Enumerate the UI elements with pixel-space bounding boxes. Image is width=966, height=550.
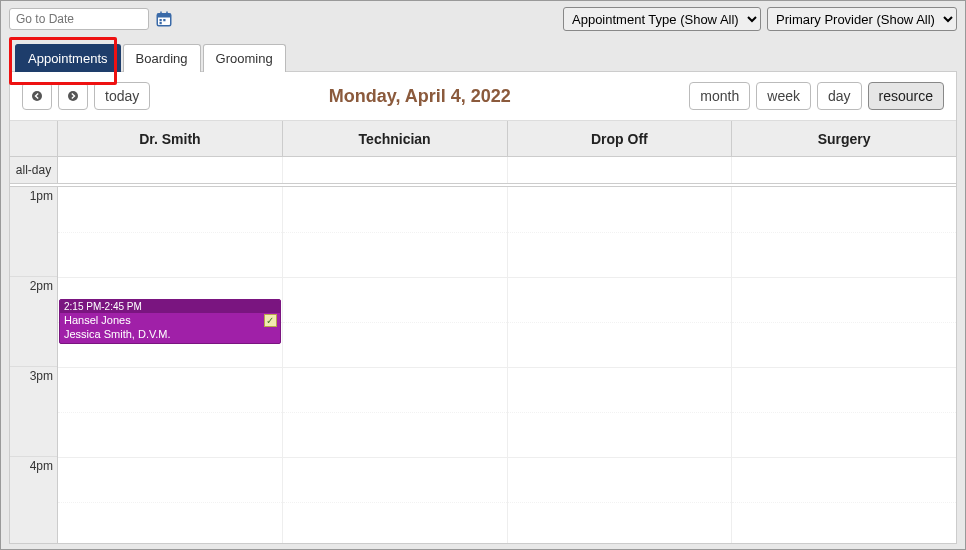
calendar-grid: Dr. Smith Technician Drop Off Surgery al… [10, 120, 956, 543]
resource-header-1[interactable]: Technician [283, 121, 508, 156]
time-label-2pm: 2pm [30, 279, 53, 293]
resource-col-0[interactable]: 2:15 PM-2:45 PM Hansel Jones Jessica Smi… [58, 187, 283, 543]
tab-boarding[interactable]: Boarding [123, 44, 201, 72]
svg-point-7 [32, 91, 42, 101]
appointment-type-select[interactable]: Appointment Type (Show All) [563, 7, 761, 31]
resource-columns: 2:15 PM-2:45 PM Hansel Jones Jessica Smi… [58, 187, 956, 543]
view-day-button[interactable]: day [817, 82, 862, 110]
grid-body-inner: 1pm 2pm 3pm 4pm [10, 187, 956, 543]
svg-rect-1 [157, 14, 171, 18]
resource-col-1[interactable] [283, 187, 508, 543]
app-root: Appointment Type (Show All) Primary Prov… [0, 0, 966, 550]
time-label-3pm: 3pm [30, 369, 53, 383]
time-axis: 1pm 2pm 3pm 4pm [10, 187, 58, 543]
svg-rect-3 [166, 12, 168, 16]
appointment-event[interactable]: 2:15 PM-2:45 PM Hansel Jones Jessica Smi… [59, 299, 281, 344]
svg-point-8 [68, 91, 78, 101]
event-provider-name: Jessica Smith, D.V.M. [60, 327, 280, 341]
view-week-button[interactable]: week [756, 82, 811, 110]
grid-header: Dr. Smith Technician Drop Off Surgery [10, 121, 956, 157]
allday-cell-0[interactable] [58, 157, 283, 183]
next-button[interactable] [58, 82, 88, 110]
svg-rect-5 [163, 19, 165, 21]
calendar-title: Monday, April 4, 2022 [329, 86, 511, 107]
calendar-nav-buttons: today [22, 82, 150, 110]
goto-date-group [9, 8, 175, 30]
resource-header-2[interactable]: Drop Off [508, 121, 733, 156]
resource-header-3[interactable]: Surgery [732, 121, 956, 156]
event-checked-icon: ✓ [264, 314, 277, 327]
svg-rect-6 [160, 22, 162, 24]
time-slot-2pm: 2pm [10, 277, 57, 367]
calendar-icon[interactable] [153, 8, 175, 30]
calendar-toolbar: today Monday, April 4, 2022 month week d… [10, 72, 956, 120]
event-patient-name: Hansel Jones [60, 313, 280, 327]
resource-header-0[interactable]: Dr. Smith [58, 121, 283, 156]
tab-appointments[interactable]: Appointments [15, 44, 121, 72]
chevron-left-icon [32, 91, 42, 101]
allday-cell-1[interactable] [283, 157, 508, 183]
time-axis-header [10, 121, 58, 156]
goto-date-input[interactable] [9, 8, 149, 30]
view-month-button[interactable]: month [689, 82, 750, 110]
tab-grooming[interactable]: Grooming [203, 44, 286, 72]
resource-col-3[interactable] [732, 187, 956, 543]
event-time-label: 2:15 PM-2:45 PM [60, 300, 280, 313]
time-label-4pm: 4pm [30, 459, 53, 473]
time-slot-1pm: 1pm [10, 187, 57, 277]
resource-col-2[interactable] [508, 187, 733, 543]
main-tabs: Appointments Boarding Grooming [9, 43, 957, 72]
time-label-1pm: 1pm [30, 189, 53, 203]
allday-cell-3[interactable] [732, 157, 956, 183]
primary-provider-select[interactable]: Primary Provider (Show All) [767, 7, 957, 31]
time-slot-4pm: 4pm [10, 457, 57, 543]
svg-rect-2 [160, 12, 162, 16]
allday-row: all-day [10, 157, 956, 187]
grid-body[interactable]: 1pm 2pm 3pm 4pm [10, 187, 956, 543]
chevron-right-icon [68, 91, 78, 101]
filter-group: Appointment Type (Show All) Primary Prov… [563, 7, 957, 31]
prev-button[interactable] [22, 82, 52, 110]
svg-rect-4 [160, 19, 162, 21]
view-resource-button[interactable]: resource [868, 82, 944, 110]
allday-label: all-day [10, 157, 58, 183]
today-button[interactable]: today [94, 82, 150, 110]
allday-cell-2[interactable] [508, 157, 733, 183]
calendar-view-buttons: month week day resource [689, 82, 944, 110]
topbar: Appointment Type (Show All) Primary Prov… [9, 7, 957, 31]
calendar: today Monday, April 4, 2022 month week d… [9, 72, 957, 544]
time-slot-3pm: 3pm [10, 367, 57, 457]
